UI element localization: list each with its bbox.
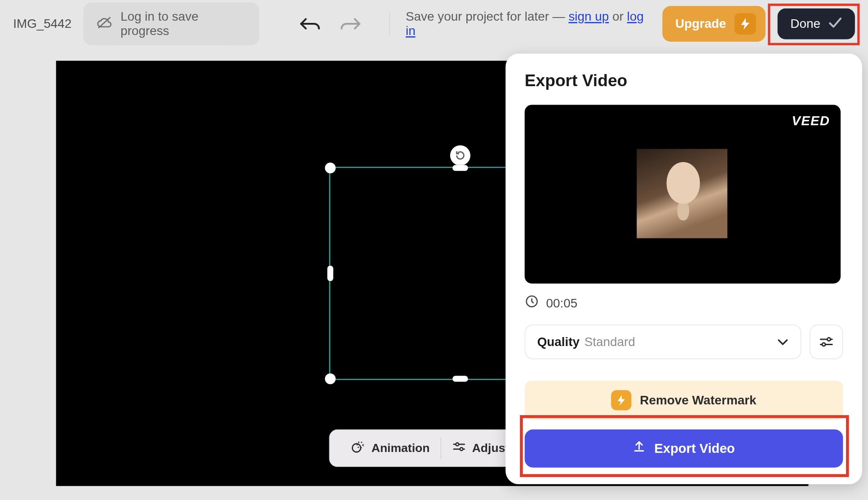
undo-button[interactable] (299, 17, 321, 31)
bolt-icon (735, 13, 756, 35)
bolt-icon (611, 390, 632, 410)
done-button[interactable]: Done (777, 9, 855, 39)
svg-point-1 (352, 444, 361, 452)
signup-link[interactable]: sign up (568, 9, 609, 23)
quality-value: Standard (585, 335, 635, 349)
or-text: or (609, 9, 627, 23)
resize-handle-bottom[interactable] (452, 376, 468, 382)
svg-point-9 (827, 338, 830, 341)
save-text-prefix: Save your project for later — (406, 9, 568, 23)
resize-handle-top-left[interactable] (325, 162, 336, 173)
preview-thumbnail (637, 149, 727, 238)
redo-button[interactable] (340, 17, 362, 31)
duration-text: 00:05 (546, 296, 578, 310)
clock-icon (525, 294, 539, 311)
export-video-button[interactable]: Export Video (525, 430, 843, 468)
export-panel-title: Export Video (525, 71, 843, 90)
project-title[interactable]: IMG_5442 (13, 17, 71, 31)
check-icon (829, 17, 842, 31)
divider (390, 12, 390, 36)
upgrade-label: Upgrade (675, 17, 726, 31)
svg-point-6 (460, 447, 463, 451)
export-video-label: Export Video (654, 441, 735, 456)
export-settings-button[interactable] (810, 325, 843, 359)
svg-point-4 (456, 443, 459, 446)
resize-handle-left[interactable] (328, 266, 333, 281)
upload-icon (633, 440, 646, 457)
upgrade-button[interactable]: Upgrade (662, 6, 766, 42)
remove-watermark-button[interactable]: Remove Watermark (525, 381, 843, 420)
export-panel: Export Video VEED 00:05 Quality Standard (505, 53, 862, 484)
animation-icon (351, 439, 366, 456)
login-save-label: Log in to save progress (120, 9, 247, 38)
rotate-handle[interactable] (450, 145, 470, 166)
quality-dropdown[interactable]: Quality Standard (525, 325, 802, 359)
chevron-down-icon (777, 335, 789, 349)
done-label: Done (790, 17, 820, 31)
canvas-toolbar: Animation Adjust (329, 430, 531, 467)
quality-label: Quality (537, 335, 580, 349)
save-project-prompt: Save your project for later — sign up or… (406, 9, 650, 38)
svg-point-11 (822, 343, 825, 346)
sliders-icon (452, 439, 466, 456)
login-save-button[interactable]: Log in to save progress (84, 2, 260, 45)
watermark-logo: VEED (792, 113, 830, 129)
remove-watermark-label: Remove Watermark (640, 393, 756, 408)
animation-label: Animation (372, 441, 430, 455)
export-preview: VEED (525, 105, 841, 284)
resize-handle-top[interactable] (452, 165, 468, 171)
cloud-off-icon (97, 16, 112, 32)
resize-handle-bottom-left[interactable] (325, 373, 336, 384)
adjust-label: Adjust (472, 441, 509, 455)
animation-button[interactable]: Animation (341, 437, 441, 459)
